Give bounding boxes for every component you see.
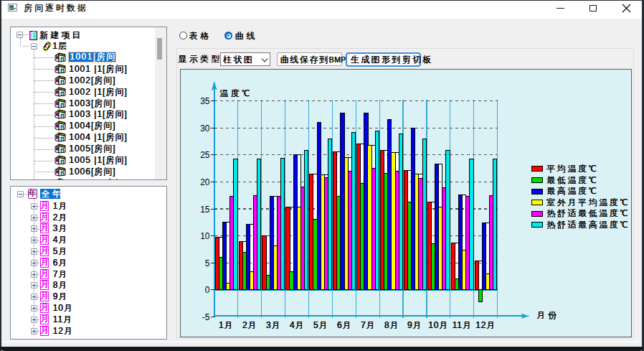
svg-text:25: 25 xyxy=(200,150,210,160)
svg-text:35: 35 xyxy=(200,96,210,106)
svg-text:15: 15 xyxy=(200,205,210,215)
svg-text:5: 5 xyxy=(205,258,210,268)
svg-text:30: 30 xyxy=(200,123,210,134)
svg-text:20: 20 xyxy=(200,177,210,187)
svg-text:10: 10 xyxy=(200,231,210,241)
svg-text:0: 0 xyxy=(205,285,210,295)
svg-text:-5: -5 xyxy=(202,312,210,322)
